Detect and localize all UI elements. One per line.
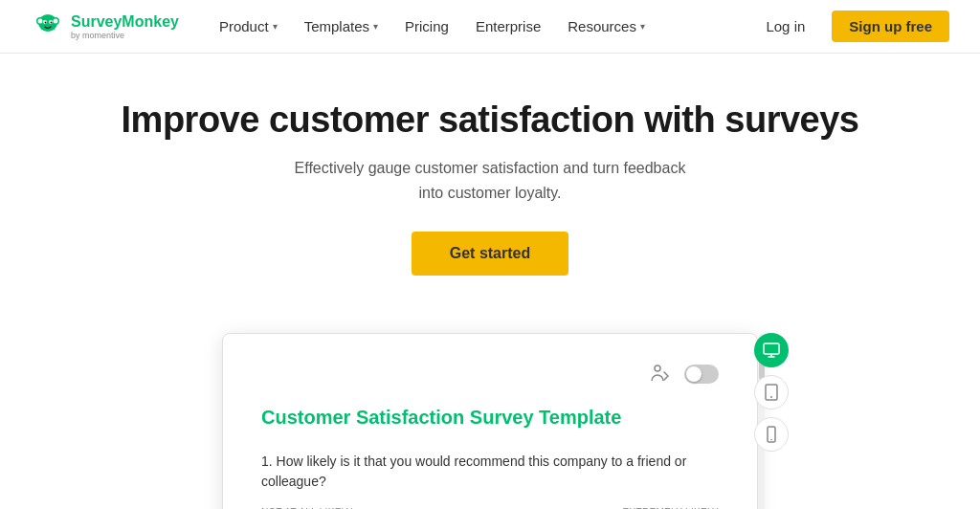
svg-point-8	[45, 21, 47, 23]
toggle-switch[interactable]	[684, 365, 719, 384]
nav-label-templates: Templates	[304, 18, 369, 34]
navbar-right: Log in Sign up free	[750, 11, 949, 42]
survey-title: Customer Satisfaction Survey Template	[261, 407, 719, 429]
svg-point-10	[655, 365, 660, 371]
svg-point-13	[770, 396, 772, 398]
brand-tagline: by momentive	[71, 31, 179, 40]
chevron-down-icon: ▾	[273, 21, 278, 32]
nav-item-resources[interactable]: Resources ▾	[558, 12, 655, 40]
card-top-bar	[261, 365, 719, 384]
svg-rect-11	[764, 343, 779, 354]
nav-item-templates[interactable]: Templates ▾	[295, 12, 388, 40]
nav-links: Product ▾ Templates ▾ Pricing Enterprise…	[210, 12, 655, 40]
svg-point-4	[38, 18, 43, 23]
nav-item-enterprise[interactable]: Enterprise	[466, 12, 550, 40]
view-toggle-icons	[754, 333, 789, 452]
preview-section: Customer Satisfaction Survey Template 1.…	[0, 306, 980, 509]
signup-button[interactable]: Sign up free	[832, 11, 949, 42]
hero-title: Improve customer satisfaction with surve…	[19, 100, 961, 141]
logo[interactable]: SurveyMonkey by momentive	[31, 10, 179, 44]
accessibility-icon	[650, 365, 673, 384]
nav-label-resources: Resources	[568, 18, 636, 34]
svg-point-9	[51, 21, 53, 23]
brand-name: SurveyMonkey	[71, 13, 179, 31]
chevron-down-icon: ▾	[640, 21, 645, 32]
nav-label-pricing: Pricing	[405, 18, 449, 34]
desktop-view-button[interactable]	[754, 333, 789, 367]
hero-section: Improve customer satisfaction with surve…	[0, 54, 980, 306]
nav-item-pricing[interactable]: Pricing	[395, 12, 458, 40]
nav-label-product: Product	[219, 18, 269, 34]
tablet-view-button[interactable]	[754, 375, 789, 409]
nav-label-enterprise: Enterprise	[476, 18, 541, 34]
svg-point-15	[770, 439, 772, 441]
hero-subtitle: Effectively gauge customer satisfaction …	[289, 156, 691, 205]
brand-name-block: SurveyMonkey by momentive	[71, 13, 179, 40]
get-started-button[interactable]: Get started	[412, 232, 568, 276]
chevron-down-icon: ▾	[373, 21, 378, 32]
svg-point-5	[54, 18, 58, 23]
navbar: SurveyMonkey by momentive Product ▾ Temp…	[0, 0, 980, 54]
login-button[interactable]: Log in	[750, 11, 820, 42]
surveymonkey-logo	[31, 10, 65, 44]
navbar-left: SurveyMonkey by momentive Product ▾ Temp…	[31, 10, 655, 44]
survey-question: 1. How likely is it that you would recom…	[261, 452, 719, 492]
mobile-view-button[interactable]	[754, 417, 789, 452]
survey-card: Customer Satisfaction Survey Template 1.…	[222, 333, 758, 509]
nav-item-product[interactable]: Product ▾	[210, 12, 287, 40]
